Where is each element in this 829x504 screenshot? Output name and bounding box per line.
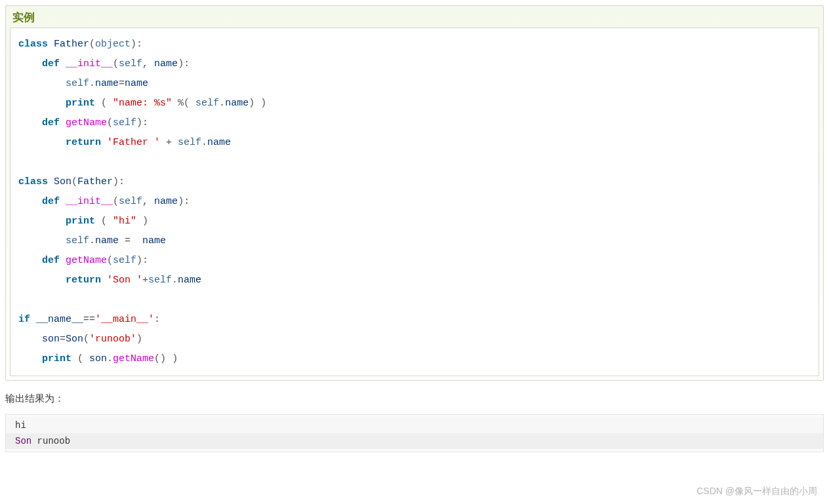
output-line: Son runoob [6,433,823,449]
code-line: print ( "hi" ) [18,216,148,227]
code-line: class Son(Father): [18,176,125,187]
code-line: return 'Father ' + self.name [18,137,231,148]
code-block[interactable]: class Father(object): def __init__(self,… [10,28,819,376]
code-line: self.name=name [18,78,148,89]
code-line: self.name = name [18,235,166,246]
output-line: hi [6,417,823,433]
output-result-label: 输出结果为： [5,393,824,405]
code-line: def __init__(self, name): [18,58,190,69]
code-line: class Father(object): [18,39,142,50]
code-line: def getName(self): [18,255,148,266]
code-line: print ( "name: %s" %( self.name) ) [18,98,266,109]
code-line: def getName(self): [18,117,148,128]
example-title: 实例 [6,6,823,28]
code-line: print ( son.getName() ) [18,353,178,364]
code-line: def __init__(self, name): [18,196,190,207]
code-line: if __name__=='__main__': [18,314,160,325]
example-box: 实例 class Father(object): def __init__(se… [5,5,824,381]
code-line: return 'Son '+self.name [18,275,201,286]
code-line: son=Son('runoob') [18,334,142,345]
output-box: hi Son runoob [5,414,824,452]
